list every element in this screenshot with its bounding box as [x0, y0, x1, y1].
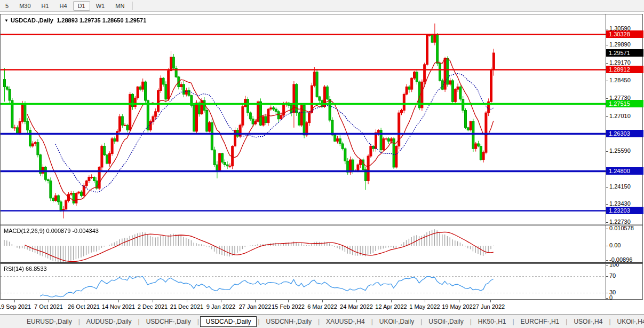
rsi-indicator-label: RSI(14) 66.8533 — [4, 265, 47, 272]
date-tick — [459, 300, 459, 302]
tab-usdcad[interactable]: USDCAD-,Daily — [200, 316, 257, 327]
axis-label: 70 — [609, 272, 616, 279]
tab-usdchf[interactable]: USDCHF-,Daily — [141, 316, 196, 327]
axis-tick — [606, 116, 608, 117]
chart-ohlc-values: 1.28893 1.29735 1.28650 1.29571 — [57, 17, 146, 24]
date-tick — [118, 300, 119, 302]
date-tick — [391, 300, 392, 302]
timeframe-button-5[interactable]: 5 — [1, 1, 13, 11]
timeframe-toolbar: 5M30H1H4D1W1MN — [0, 0, 644, 12]
axis-tick — [606, 29, 608, 29]
date-tick — [425, 300, 425, 302]
axis-tick — [606, 187, 608, 188]
axis-label: 1.29170 — [609, 59, 631, 66]
date-axis[interactable]: 19 Sep 20217 Oct 202126 Oct 202114 Nov 2… — [0, 300, 644, 314]
tab-separator: | — [78, 318, 80, 325]
tab-ukoil[interactable]: UKOil-,Daily — [374, 316, 419, 327]
tab-separator: | — [258, 318, 259, 325]
timeframe-button-h4[interactable]: H4 — [55, 1, 72, 11]
tab-usoil[interactable]: USOil-,Daily — [423, 316, 468, 327]
date-tick — [490, 300, 491, 302]
tab-separator: | — [420, 318, 422, 325]
axis-tick — [606, 298, 608, 299]
axis-tick — [606, 151, 608, 152]
axis-tick — [606, 265, 608, 265]
tab-xauusd[interactable]: XAUUSD-,H4 — [321, 316, 370, 327]
price-axis-border — [606, 14, 606, 300]
date-axis-label: 26 Oct 2021 — [68, 303, 100, 310]
date-tick — [356, 300, 357, 302]
axis-label: 0.010578 — [609, 225, 634, 231]
date-tick — [288, 300, 289, 302]
date-axis-label: 24 Mar 2022 — [340, 303, 373, 310]
symbol-tab-bar: EURUSD-,Daily|AUDUSD-,Daily|USDCHF-,Dail… — [0, 314, 644, 328]
tab-separator: | — [371, 318, 373, 325]
axis-tick — [606, 98, 608, 99]
axis-label: 1.29890 — [609, 41, 631, 48]
date-axis-label: 12 Apr 2022 — [375, 303, 407, 310]
axis-tick — [606, 246, 608, 246]
chart-title: ▼USDCAD-,Daily 1.28893 1.29735 1.28650 1… — [4, 17, 146, 24]
axis-label: 0 — [609, 294, 613, 301]
date-tick — [221, 300, 221, 302]
level-price-label: 1.28912 — [606, 66, 643, 73]
bid-price-label: 1.29571 — [606, 49, 643, 57]
pane-splitter-macd[interactable] — [1, 224, 642, 225]
date-tick — [187, 300, 187, 302]
date-axis-label: 7 Jun 2022 — [476, 303, 505, 310]
date-tick — [153, 300, 153, 302]
date-axis-label: 19 Sep 2021 — [0, 303, 31, 310]
tab-ukoil[interactable]: UKOil-,H4 — [612, 316, 644, 327]
axis-tick — [606, 293, 608, 293]
tab-usoil[interactable]: USOil-,H4 — [568, 316, 608, 327]
date-tick — [255, 300, 256, 302]
tab-separator: | — [470, 318, 472, 325]
date-tick — [84, 300, 84, 302]
date-axis-label: 15 Feb 2022 — [272, 303, 305, 310]
date-tick — [49, 300, 49, 302]
level-price-label: 1.27515 — [606, 100, 643, 107]
date-axis-label: 19 May 2022 — [442, 303, 476, 310]
chart-window: ▼USDCAD-,Daily 1.28893 1.29735 1.28650 1… — [0, 14, 643, 300]
level-price-label: 1.24800 — [606, 167, 643, 175]
date-axis-label: 27 Jan 2022 — [239, 303, 272, 310]
axis-label: 0.00 — [609, 242, 621, 248]
date-axis-label: 6 Mar 2022 — [307, 303, 337, 310]
date-axis-label: 7 Oct 2021 — [34, 303, 63, 310]
timeframe-button-m30[interactable]: M30 — [14, 1, 35, 11]
axis-label: 1.28450 — [609, 77, 631, 83]
tab-separator: | — [318, 318, 320, 325]
pane-splitter-rsi[interactable] — [1, 262, 642, 264]
axis-tick — [606, 204, 608, 205]
date-tick — [322, 300, 323, 302]
timeframe-button-mn[interactable]: MN — [110, 1, 129, 11]
chart-symbol-label: USDCAD-,Daily — [11, 17, 53, 24]
tab-eurchf[interactable]: EURCHF-,H1 — [515, 316, 565, 327]
timeframe-button-d1[interactable]: D1 — [73, 1, 90, 11]
date-tick — [14, 300, 15, 302]
date-axis-label: 21 Dec 2021 — [170, 303, 203, 310]
axis-tick — [606, 63, 608, 64]
level-price-label: 1.30328 — [606, 30, 643, 38]
axis-tick — [606, 81, 608, 81]
timeframe-button-w1[interactable]: W1 — [91, 1, 110, 11]
date-axis-label: 1 May 2022 — [409, 303, 440, 310]
axis-tick — [606, 45, 608, 45]
axis-tick — [606, 229, 608, 229]
tab-separator: | — [566, 318, 567, 325]
axis-label: 1.27010 — [609, 113, 631, 119]
date-axis-label: 14 Nov 2021 — [102, 303, 135, 310]
tab-usdcnh[interactable]: USDCNH-,Daily — [261, 316, 317, 327]
tab-separator: | — [609, 318, 610, 325]
timeframe-button-h1[interactable]: H1 — [37, 1, 54, 11]
tab-audusd[interactable]: AUDUSD-,Daily — [81, 316, 137, 327]
axis-label: 1.23430 — [609, 200, 631, 207]
tab-separator: | — [197, 318, 199, 325]
axis-label: 1.24150 — [609, 183, 631, 190]
level-price-label: 1.23203 — [606, 207, 643, 214]
chart-canvas[interactable] — [1, 14, 606, 300]
tab-hk50[interactable]: HK50-,H1 — [473, 316, 512, 327]
level-price-label: 1.26303 — [606, 130, 643, 137]
tab-eurusd[interactable]: EURUSD-,Daily — [21, 316, 77, 327]
axis-tick — [606, 222, 608, 223]
